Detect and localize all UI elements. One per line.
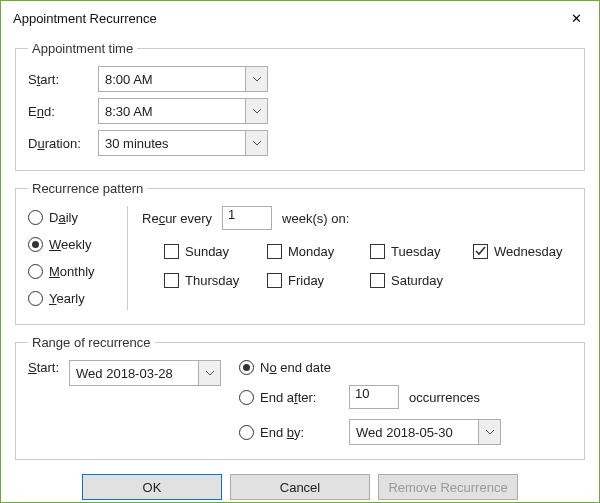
check-sunday[interactable]: Sunday [164,244,263,259]
button-row: OK Cancel Remove Recurrence [15,470,585,500]
cancel-button[interactable]: Cancel [230,474,370,500]
close-button[interactable]: ✕ [553,1,599,35]
duration-select[interactable]: 30 minutes [98,130,268,156]
end-time-value: 8:30 AM [99,104,245,119]
check-tuesday[interactable]: Tuesday [370,244,469,259]
end-by-select[interactable]: Wed 2018-05-30 [349,419,501,445]
checkbox-icon [473,244,488,259]
recurrence-pattern-legend: Recurrence pattern [28,181,147,196]
checkbox-icon [164,244,179,259]
end-label: End: [28,104,98,119]
chevron-down-icon [478,420,500,444]
radio-daily[interactable]: Daily [28,210,127,225]
radio-icon [239,360,254,375]
radio-end-after[interactable]: End after: [239,390,339,405]
chevron-down-icon [245,131,267,155]
range-of-recurrence-group: Range of recurrence Start: Wed 2018-03-2… [15,335,585,460]
dialog-window: Appointment Recurrence ✕ Appointment tim… [0,0,600,503]
radio-no-end-date[interactable]: No end date [239,360,331,375]
frequency-column: Daily Weekly Monthly Yearly [28,206,128,310]
range-legend: Range of recurrence [28,335,155,350]
radio-yearly[interactable]: Yearly [28,291,127,306]
check-monday[interactable]: Monday [267,244,366,259]
titlebar: Appointment Recurrence ✕ [1,1,599,35]
radio-icon [239,425,254,440]
chevron-down-icon [245,67,267,91]
check-saturday[interactable]: Saturday [370,273,469,288]
checkbox-icon [267,273,282,288]
close-icon: ✕ [571,11,582,26]
check-friday[interactable]: Friday [267,273,366,288]
appointment-time-legend: Appointment time [28,41,137,56]
radio-weekly[interactable]: Weekly [28,237,127,252]
end-time-select[interactable]: 8:30 AM [98,98,268,124]
checkbox-icon [164,273,179,288]
radio-icon [28,264,43,279]
chevron-down-icon [245,99,267,123]
checkbox-icon [370,273,385,288]
checkbox-icon [370,244,385,259]
radio-icon [28,210,43,225]
duration-label: Duration: [28,136,98,151]
ok-button[interactable]: OK [82,474,222,500]
occurrences-input[interactable]: 10 [349,385,399,409]
dialog-body: Appointment time Start: 8:00 AM End: 8:3… [1,35,599,503]
pattern-details: Recur every 1 week(s) on: Sunday Monday … [128,206,572,310]
start-label: Start: [28,72,98,87]
appointment-time-group: Appointment time Start: 8:00 AM End: 8:3… [15,41,585,171]
duration-value: 30 minutes [99,136,245,151]
recur-interval-input[interactable]: 1 [222,206,272,230]
range-start-select[interactable]: Wed 2018-03-28 [69,360,221,386]
radio-icon [28,237,43,252]
check-wednesday[interactable]: Wednesday [473,244,572,259]
radio-monthly[interactable]: Monthly [28,264,127,279]
end-by-value: Wed 2018-05-30 [350,425,478,440]
radio-end-by[interactable]: End by: [239,425,339,440]
recurrence-pattern-group: Recurrence pattern Daily Weekly Monthly … [15,181,585,325]
recur-every-label: Recur every [142,211,212,226]
window-title: Appointment Recurrence [13,11,157,26]
radio-icon [239,390,254,405]
chevron-down-icon [198,361,220,385]
occurrences-label: occurrences [409,390,480,405]
start-time-select[interactable]: 8:00 AM [98,66,268,92]
checkbox-icon [267,244,282,259]
range-start-value: Wed 2018-03-28 [70,366,198,381]
radio-icon [28,291,43,306]
remove-recurrence-button[interactable]: Remove Recurrence [378,474,518,500]
weeks-on-label: week(s) on: [282,211,349,226]
check-thursday[interactable]: Thursday [164,273,263,288]
range-start-label: Start: [28,360,59,375]
start-time-value: 8:00 AM [99,72,245,87]
